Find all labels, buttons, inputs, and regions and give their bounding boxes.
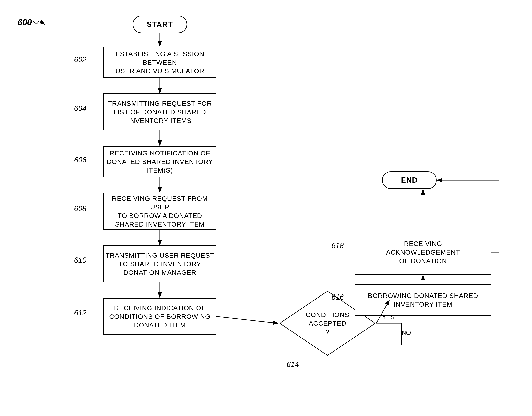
step-label-616: 616: [331, 293, 344, 302]
end-node: END: [382, 171, 437, 189]
svg-line-9: [217, 316, 278, 323]
step-label-604: 604: [74, 104, 86, 113]
yes-label: YES: [382, 313, 394, 321]
node-606: RECEIVING NOTIFICATION OFDONATED SHARED …: [103, 146, 217, 177]
svg-line-2: [42, 22, 45, 24]
node-604: TRANSMITTING REQUEST FORLIST OF DONATED …: [103, 94, 217, 131]
step-label-606: 606: [74, 156, 86, 164]
node-608: RECEIVING REQUEST FROM USERTO BORROW A D…: [103, 193, 217, 230]
node-602: ESTABLISHING A SESSION BETWEENUSER AND V…: [103, 47, 217, 78]
node-612: RECEIVING INDICATION OFCONDITIONS OF BOR…: [103, 298, 217, 335]
step-label-610: 610: [74, 256, 86, 265]
step-label-602: 602: [74, 56, 86, 64]
flowchart-diagram: 600 START ESTABLISHING A SESSION BETWEEN…: [0, 0, 532, 416]
node-610: TRANSMITTING USER REQUESTTO SHARED INVEN…: [103, 246, 217, 282]
step-label-612: 612: [74, 309, 86, 317]
start-node: START: [133, 16, 187, 33]
no-label: NO: [402, 329, 411, 336]
step-label-618: 618: [331, 242, 344, 250]
node-616: BORROWING DONATED SHAREDINVENTORY ITEM: [355, 284, 491, 315]
step-label-608: 608: [74, 205, 86, 213]
figure-label: 600: [18, 18, 32, 27]
node-618: RECEIVINGACKNOWLEDGEMENTOF DONATION: [355, 230, 491, 274]
step-label-614: 614: [286, 360, 299, 369]
